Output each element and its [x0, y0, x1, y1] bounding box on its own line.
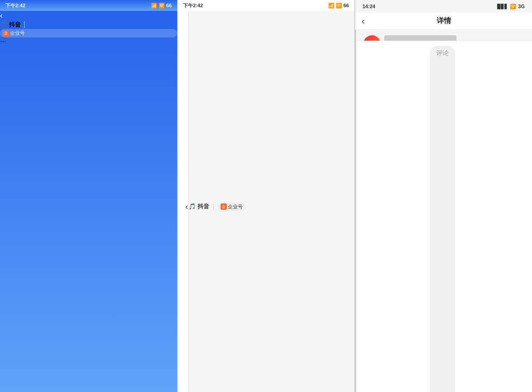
- panel2-status-bar: 下午2:42 📶 🛜 66: [178, 0, 354, 11]
- panel2-new-version: 下午2:42 📶 🛜 66 ‹ 🎵 抖音 | 企 企业号 🎧 客服 做经营先认证…: [177, 0, 354, 392]
- enterprise-icon: 企: [3, 30, 9, 37]
- battery-icon: 66: [166, 3, 172, 8]
- panel3-nav: ‹ 详情: [355, 13, 532, 30]
- wifi-icon: 🛜: [159, 3, 165, 9]
- signal-icon: 📶: [151, 3, 157, 9]
- battery-icon: 66: [344, 3, 349, 8]
- panel3-status-time: 14:24: [363, 4, 375, 9]
- panel1-nav-dots[interactable]: ···: [0, 38, 6, 45]
- panel2-enterprise-badge: 企 企业号: [218, 203, 245, 211]
- panel1-nav: ‹ 🎵 抖音 | 企 企业号 ···: [0, 11, 177, 392]
- signal-bars-icon: ▉▊▋: [497, 4, 508, 9]
- user-avatar: [363, 35, 381, 41]
- panel1-back-button[interactable]: ‹: [0, 11, 3, 20]
- user-name-blurred: [384, 35, 457, 41]
- panel3-detail-content: 新版企业号强制修改成老版企业 只要新版蓝v没提交最后一步 都可以转换为旧版本 新…: [355, 30, 532, 41]
- panel1-nav-title: 🎵 抖音 | 企 企业号: [0, 20, 177, 38]
- panel2-status-icons: 📶 🛜 66: [328, 3, 349, 9]
- panel3-status-bar: 14:24 ▉▊▋ 🛜 3G: [355, 0, 532, 13]
- enterprise-icon: 企: [221, 203, 227, 210]
- wifi-icon: 🛜: [336, 3, 342, 9]
- panel1-status-time: 下午2:42: [5, 2, 25, 9]
- panel1-old-version: 下午2:42 📶 🛜 66 ‹ 🎵 抖音 | 企 企业号 ··· 在抖音企业号 …: [0, 0, 177, 392]
- panel1-status-icons: 📶 🛜 66: [151, 3, 172, 9]
- panel3-status-icons: ▉▊▋ 🛜 3G: [497, 4, 525, 9]
- enterprise-badge: 企 企业号: [0, 29, 177, 38]
- user-info-row: 新版企业号强制修改成老版企业 只要新版蓝v没提交最后一步 都可以转换为旧版本 新…: [363, 35, 526, 41]
- wifi-icon: 🛜: [510, 4, 516, 9]
- panel2-status-time: 下午2:42: [183, 2, 203, 9]
- signal-icon: 📶: [328, 3, 334, 9]
- tiktok-logo: 🎵 抖音: [0, 21, 21, 28]
- panel1-status-bar: 下午2:42 📶 🛜 66: [0, 0, 177, 11]
- panel3-detail: 14:24 ▉▊▋ 🛜 3G ‹ 详情 新版企业号强制修改成老版企业 只要新版蓝…: [354, 0, 532, 392]
- battery-label: 3G: [518, 4, 525, 9]
- panel3-back-button[interactable]: ‹: [362, 16, 365, 26]
- user-text: 新版企业号强制修改成老版企业 只要新版蓝v没提交最后一步 都可以转换为旧版本 新…: [384, 35, 526, 41]
- panel2-nav: ‹ 🎵 抖音 | 企 企业号 🎧 客服: [178, 11, 354, 392]
- comment-bar: 评论 😊: [355, 41, 532, 392]
- comment-input[interactable]: 评论: [430, 46, 455, 392]
- panel3-nav-title: 详情: [363, 16, 525, 26]
- panel2-nav-title: 🎵 抖音 | 企 企业号: [188, 11, 354, 392]
